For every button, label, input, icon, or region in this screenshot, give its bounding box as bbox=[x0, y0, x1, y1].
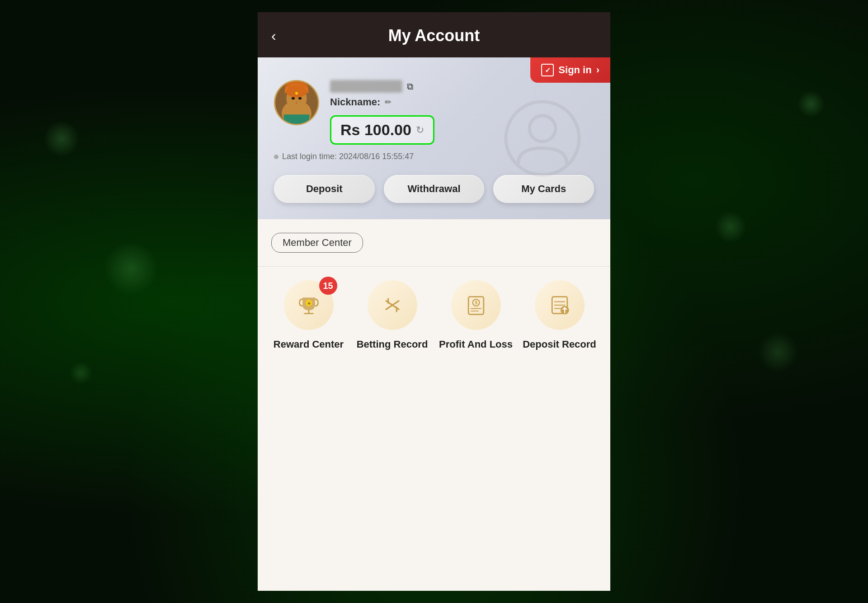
profit-loss-icon: $ bbox=[463, 292, 489, 318]
menu-item-profit-loss[interactable]: $ Profit And Loss bbox=[439, 280, 513, 351]
deposit-record-icon-wrap bbox=[535, 280, 585, 330]
divider bbox=[258, 266, 610, 267]
profit-loss-icon-wrap: $ bbox=[451, 280, 501, 330]
avatar[interactable] bbox=[274, 80, 319, 125]
menu-grid: 15 ★ Reward Center bbox=[271, 280, 597, 351]
svg-rect-11 bbox=[284, 114, 309, 125]
header: ‹ My Account bbox=[258, 12, 610, 57]
user-id-blurred bbox=[330, 80, 402, 93]
svg-point-7 bbox=[292, 97, 295, 100]
svg-text:$: $ bbox=[475, 300, 477, 305]
back-button[interactable]: ‹ bbox=[271, 28, 276, 43]
svg-text:★: ★ bbox=[307, 301, 311, 306]
reward-badge: 15 bbox=[319, 277, 337, 295]
copy-icon[interactable]: ⧉ bbox=[407, 81, 413, 92]
deposit-button[interactable]: Deposit bbox=[274, 175, 375, 203]
bokeh-decoration bbox=[70, 362, 92, 384]
reward-center-label: Reward Center bbox=[274, 338, 344, 351]
account-card: ✓ Sign in › bbox=[258, 57, 610, 219]
checkbox-icon: ✓ bbox=[541, 64, 554, 76]
last-login-text: Last login time: 2024/08/16 15:55:47 bbox=[282, 152, 414, 161]
action-buttons: Deposit Withdrawal My Cards bbox=[274, 175, 594, 203]
svg-point-1 bbox=[529, 116, 556, 142]
sign-in-button[interactable]: ✓ Sign in › bbox=[530, 57, 610, 83]
balance-amount: Rs 100.00 bbox=[340, 121, 411, 139]
svg-point-8 bbox=[298, 97, 302, 100]
svg-point-6 bbox=[295, 92, 298, 95]
member-center-section: Member Center 15 ★ R bbox=[258, 219, 610, 591]
sign-in-label: Sign in bbox=[558, 64, 591, 76]
svg-point-9 bbox=[296, 101, 297, 104]
dot-icon bbox=[274, 155, 278, 159]
section-label: Member Center bbox=[271, 233, 363, 253]
balance-box: Rs 100.00 ↻ bbox=[330, 115, 434, 145]
edit-icon[interactable]: ✏ bbox=[385, 97, 392, 107]
card-bg-decoration bbox=[502, 98, 583, 179]
svg-point-5 bbox=[285, 80, 309, 98]
menu-item-deposit-record[interactable]: Deposit Record bbox=[522, 280, 597, 351]
betting-record-icon bbox=[380, 292, 405, 318]
profit-loss-label: Profit And Loss bbox=[439, 338, 513, 351]
bokeh-decoration bbox=[104, 241, 158, 296]
menu-item-reward-center[interactable]: 15 ★ Reward Center bbox=[271, 280, 346, 351]
refresh-icon[interactable]: ↻ bbox=[416, 124, 424, 136]
withdrawal-button[interactable]: Withdrawal bbox=[384, 175, 485, 203]
reward-center-icon-wrap: 15 ★ bbox=[284, 280, 334, 330]
bokeh-decoration bbox=[43, 121, 80, 157]
betting-record-label: Betting Record bbox=[357, 338, 428, 351]
bokeh-decoration bbox=[797, 90, 825, 118]
phone-screen: ‹ My Account ✓ Sign in › bbox=[258, 12, 610, 591]
menu-item-betting-record[interactable]: Betting Record bbox=[355, 280, 429, 351]
deposit-record-icon bbox=[547, 292, 572, 318]
my-cards-button[interactable]: My Cards bbox=[493, 175, 594, 203]
bokeh-decoration bbox=[758, 332, 798, 372]
trophy-icon: ★ bbox=[296, 292, 321, 318]
page-title: My Account bbox=[388, 26, 480, 45]
betting-record-icon-wrap bbox=[368, 280, 417, 330]
deposit-record-label: Deposit Record bbox=[523, 338, 596, 351]
bokeh-decoration bbox=[715, 211, 746, 243]
arrow-icon: › bbox=[596, 64, 599, 76]
avatar-image bbox=[275, 81, 318, 124]
svg-point-10 bbox=[297, 105, 306, 111]
nickname-label: Nickname: bbox=[330, 96, 380, 108]
